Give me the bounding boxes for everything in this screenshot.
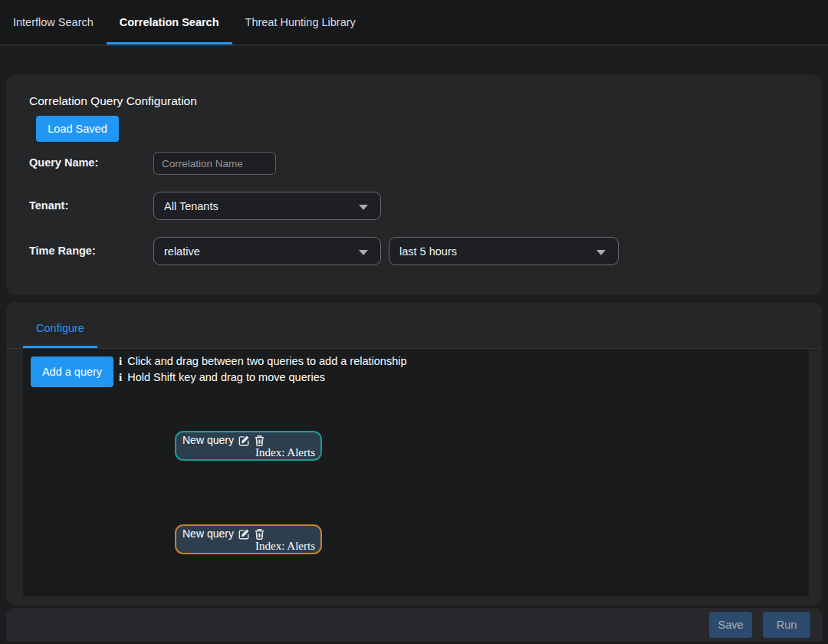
tenant-select[interactable]: All Tenants bbox=[153, 192, 381, 220]
time-range-type-value: relative bbox=[164, 245, 200, 258]
hint-move: iHold Shift key and drag to move queries bbox=[119, 370, 407, 386]
add-query-button[interactable]: Add a query bbox=[31, 356, 113, 387]
info-icon: i bbox=[119, 355, 122, 367]
tenant-select-value: All Tenants bbox=[164, 200, 219, 212]
top-tab-bar: Interflow Search Correlation Search Thre… bbox=[0, 0, 828, 46]
tab-configure[interactable]: Configure bbox=[23, 322, 97, 334]
query-name-input[interactable] bbox=[153, 152, 276, 175]
chevron-down-icon bbox=[359, 250, 368, 255]
chevron-down-icon bbox=[596, 250, 606, 255]
query-node-title: New query bbox=[182, 434, 234, 446]
load-saved-button[interactable]: Load Saved bbox=[36, 116, 119, 142]
panel-title: Correlation Query Configuration bbox=[29, 94, 197, 108]
edit-icon[interactable] bbox=[238, 435, 250, 446]
edit-icon[interactable] bbox=[238, 528, 250, 540]
configure-panel: Configure Add a query iClick and drag be… bbox=[6, 302, 822, 606]
tenant-label: Tenant: bbox=[29, 199, 68, 212]
tab-threat-hunting-library[interactable]: Threat Hunting Library bbox=[232, 2, 369, 44]
canvas-hints: iClick and drag between two queries to a… bbox=[119, 353, 407, 386]
trash-icon[interactable] bbox=[255, 435, 264, 446]
query-node[interactable]: New query Index: Alerts bbox=[175, 431, 322, 461]
run-button[interactable]: Run bbox=[763, 612, 810, 638]
trash-icon[interactable] bbox=[255, 528, 264, 540]
time-range-value-select[interactable]: last 5 hours bbox=[389, 237, 619, 265]
chevron-down-icon bbox=[359, 205, 368, 210]
time-range-label: Time Range: bbox=[29, 245, 96, 257]
query-name-label: Query Name: bbox=[29, 156, 98, 169]
info-icon: i bbox=[119, 371, 122, 383]
time-range-value: last 5 hours bbox=[399, 245, 457, 258]
correlation-query-configuration-panel: Correlation Query Configuration Load Sav… bbox=[6, 75, 822, 295]
tab-correlation-search[interactable]: Correlation Search bbox=[107, 2, 232, 44]
query-graph-canvas[interactable]: Add a query iClick and drag between two … bbox=[23, 349, 809, 596]
query-node-index-label: Index: Alerts bbox=[255, 446, 315, 458]
footer-bar: Save Run bbox=[6, 608, 822, 642]
query-node-title: New query bbox=[182, 527, 234, 540]
time-range-type-select[interactable]: relative bbox=[153, 237, 381, 265]
tab-interflow-search[interactable]: Interflow Search bbox=[0, 2, 107, 44]
query-node[interactable]: New query Index: Alerts bbox=[175, 524, 322, 554]
query-node-index-label: Index: Alerts bbox=[255, 540, 315, 552]
hint-relationship: iClick and drag between two queries to a… bbox=[119, 353, 407, 370]
save-button[interactable]: Save bbox=[709, 612, 752, 638]
